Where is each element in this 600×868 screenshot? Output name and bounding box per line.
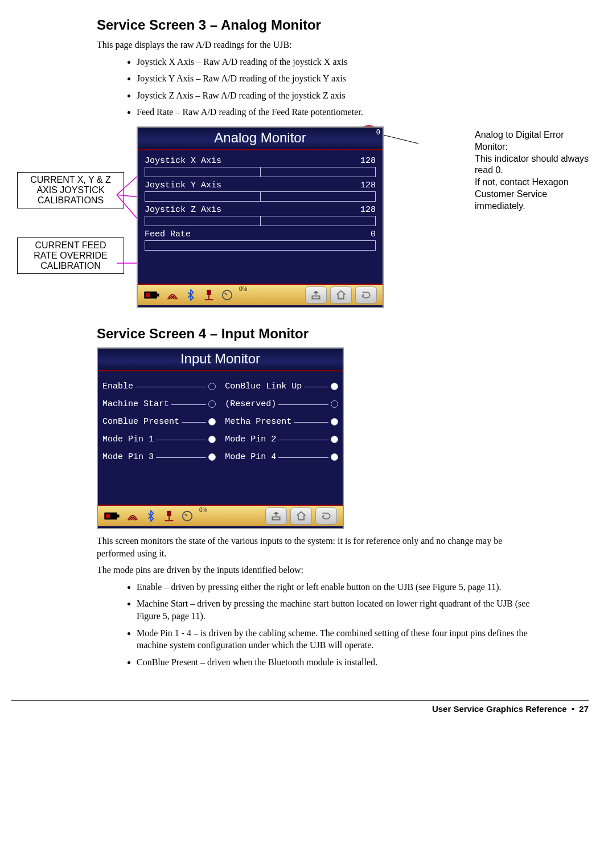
input-label: Mode Pin 3	[102, 452, 154, 462]
probe-icon	[163, 510, 175, 522]
input-cell: Mode Pin 3	[102, 452, 216, 462]
input-cell: Enable	[102, 382, 216, 391]
svg-rect-15	[106, 514, 110, 518]
input-label: Enable	[102, 382, 133, 391]
section-heading-analog-monitor: Service Screen 3 – Analog Monitor	[97, 17, 537, 33]
list-item: ConBlue Present – driven when the Blueto…	[137, 656, 537, 669]
input-state-indicator	[331, 400, 338, 408]
device-screen-title: Analog Monitor 0	[138, 128, 383, 150]
reading-row-joystick-y: Joystick Y Axis128	[145, 181, 376, 202]
battery-icon	[143, 286, 161, 304]
battery-icon	[104, 507, 121, 525]
reading-row-joystick-x: Joystick X Axis128	[145, 156, 376, 177]
list-item: Joystick Z Axis – Raw A/D reading of the…	[137, 89, 537, 102]
input-state-indicator	[208, 400, 216, 408]
signal-icon	[126, 510, 139, 522]
mode-pins-intro: The mode pins are driven by the inputs i…	[97, 564, 537, 576]
svg-rect-7	[146, 293, 150, 297]
input-cell: Mode Pin 4	[225, 452, 338, 462]
reading-row-feed-rate: Feed Rate0	[145, 230, 376, 251]
section-heading-input-monitor: Service Screen 4 – Input Monitor	[97, 326, 537, 342]
home-button[interactable]	[330, 286, 352, 304]
callout-feed-rate: CURRENT FEED RATE OVERRIDE CALIBRATION	[17, 238, 124, 274]
back-button[interactable]	[305, 286, 327, 304]
footer-page-number: 27	[579, 704, 589, 714]
device-toolbar: 0%	[138, 284, 383, 305]
input-state-indicator	[208, 418, 216, 425]
input-label: Mode Pin 1	[102, 435, 154, 444]
bluetooth-icon	[184, 289, 197, 301]
input-label: Metha Present	[225, 417, 291, 427]
list-item: Feed Rate – Raw A/D reading of the Feed …	[137, 106, 537, 118]
reading-value: 128	[360, 205, 376, 215]
input-cell: Mode Pin 2	[225, 435, 338, 444]
svg-rect-14	[117, 514, 120, 517]
gauge-percent-label: 0%	[199, 507, 207, 513]
list-item: Mode Pin 1 - 4 – is driven by the cablin…	[137, 627, 537, 652]
side-note-error-monitor: Analog to Digital Error Monitor: This in…	[475, 129, 594, 212]
gauge-icon	[221, 289, 233, 301]
input-cell: Mode Pin 1	[102, 435, 216, 444]
device-toolbar: 0%	[98, 505, 343, 526]
page-footer: User Service Graphics Reference • 27	[0, 704, 600, 727]
reading-value: 128	[360, 156, 376, 166]
input-label: Machine Start	[102, 399, 169, 409]
signal-icon	[166, 289, 179, 301]
footer-title: User Service Graphics Reference	[432, 704, 567, 714]
input-cell: ConBlue Present	[102, 417, 216, 427]
back-button[interactable]	[265, 507, 287, 525]
intro-text: This page displays the raw A/D readings …	[97, 39, 537, 51]
device-screen-title: Input Monitor	[98, 349, 343, 371]
input-monitor-list: Enable – driven by pressing either the r…	[125, 581, 537, 669]
input-state-indicator	[331, 383, 338, 390]
analog-intro-list: Joystick X Axis – Raw A/D reading of the…	[125, 56, 537, 118]
input-cell: ConBlue Link Up	[225, 382, 338, 391]
input-cell: Machine Start	[102, 399, 216, 409]
svg-rect-16	[167, 511, 171, 516]
list-item: Machine Start – driven by pressing the m…	[137, 597, 537, 622]
reading-value: 128	[360, 181, 376, 190]
input-row: Mode Pin 1Mode Pin 2	[102, 435, 338, 444]
device-screen-title-text: Analog Monitor	[214, 130, 306, 145]
reading-row-joystick-z: Joystick Z Axis128	[145, 205, 376, 226]
svg-line-12	[224, 293, 227, 295]
svg-line-20	[184, 514, 187, 516]
list-item: Joystick X Axis – Raw A/D reading of the…	[137, 56, 537, 68]
svg-rect-6	[157, 293, 159, 296]
svg-rect-10	[205, 299, 213, 300]
home-button[interactable]	[290, 507, 312, 525]
footer-rule	[11, 700, 589, 701]
probe-icon	[203, 289, 215, 301]
svg-rect-8	[207, 290, 211, 295]
error-indicator-value: 0	[376, 129, 380, 137]
input-state-indicator	[331, 436, 338, 443]
input-label: Mode Pin 2	[225, 435, 276, 444]
input-cell: Metha Present	[225, 417, 338, 427]
input-cell: (Reserved)	[225, 399, 338, 409]
svg-line-4	[379, 134, 418, 144]
bluetooth-icon	[145, 510, 157, 522]
gauge-percent-label: 0%	[239, 286, 247, 292]
device-screen-input-monitor: Input Monitor EnableConBlue Link UpMachi…	[97, 347, 344, 529]
input-label: (Reserved)	[225, 399, 276, 409]
gauge-icon	[181, 510, 194, 522]
list-item: Enable – driven by pressing either the r…	[137, 581, 537, 593]
input-state-indicator	[331, 418, 338, 425]
reading-value: 0	[371, 230, 376, 239]
input-state-indicator	[208, 453, 216, 461]
input-state-indicator	[331, 453, 338, 461]
input-row: EnableConBlue Link Up	[102, 382, 338, 391]
device-screen-analog-monitor: Analog Monitor 0 Joystick X Axis128 Joys…	[137, 126, 384, 308]
next-button[interactable]	[315, 507, 337, 525]
svg-rect-17	[169, 516, 170, 520]
next-button[interactable]	[355, 286, 377, 304]
input-state-indicator	[208, 383, 216, 390]
reading-label: Joystick Z Axis	[145, 205, 221, 215]
input-row: Machine Start(Reserved)	[102, 399, 338, 409]
input-row: Mode Pin 3Mode Pin 4	[102, 452, 338, 462]
device-screen-title-text: Input Monitor	[180, 351, 260, 366]
reading-label: Feed Rate	[145, 230, 191, 239]
svg-rect-9	[208, 295, 209, 299]
input-label: ConBlue Present	[102, 417, 179, 427]
figure-analog-monitor: CURRENT X, Y & Z AXIS JOYSTICK CALIBRATI…	[11, 126, 537, 314]
